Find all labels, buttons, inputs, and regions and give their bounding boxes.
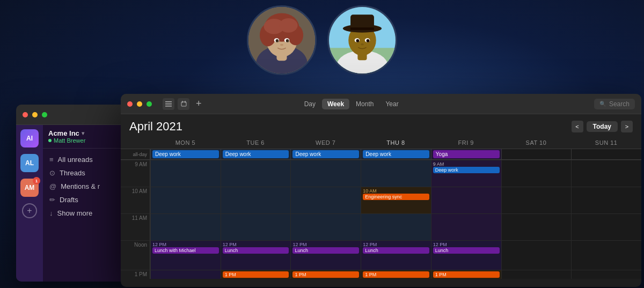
cell-mon-11am[interactable]: [150, 213, 221, 240]
allday-event-deepwork-tue[interactable]: Deep work: [223, 150, 289, 158]
allday-event-deepwork-wed[interactable]: Deep work: [292, 150, 359, 158]
cell-wed-9am[interactable]: [290, 160, 361, 187]
allday-event-deepwork-thu[interactable]: Deep work: [363, 150, 429, 158]
cell-thu-11am[interactable]: [361, 213, 431, 240]
svg-point-9: [279, 18, 297, 33]
cell-sun-1pm[interactable]: [571, 270, 641, 279]
cell-fri-10am[interactable]: [431, 187, 501, 213]
tab-year[interactable]: Year: [380, 99, 404, 109]
cell-wed-11am[interactable]: [290, 213, 361, 240]
time-10am: 10 AM: [121, 187, 150, 213]
next-week-button[interactable]: >: [621, 121, 633, 132]
cell-sat-9am[interactable]: [501, 160, 572, 187]
workspace-icon-ai[interactable]: AI: [20, 129, 39, 147]
cell-sun-noon[interactable]: [571, 240, 641, 270]
workspace-name: Acme Inc ▾: [48, 129, 129, 137]
cal-dot-red[interactable]: [127, 101, 133, 107]
tab-week[interactable]: Week: [322, 99, 349, 109]
cell-thu-10am[interactable]: 10 AM Engineering sync: [361, 187, 431, 213]
cell-wed-noon[interactable]: 12 PM Lunch: [290, 240, 361, 270]
allday-sun[interactable]: [571, 149, 641, 160]
cell-sat-11am[interactable]: [501, 213, 572, 240]
fri-lunch[interactable]: Lunch: [433, 247, 500, 254]
slack-title-bar: [16, 105, 134, 125]
cell-mon-1pm[interactable]: [150, 270, 221, 279]
workspace-icon-al[interactable]: AL: [20, 154, 39, 172]
day-header-sat: SAT 10: [501, 137, 572, 149]
cell-tue-9am[interactable]: [221, 160, 291, 187]
calendar-search[interactable]: 🔍 Search: [594, 99, 635, 109]
allday-event-deepwork-mon[interactable]: Deep work: [152, 150, 219, 158]
cell-fri-noon[interactable]: 12 PM Lunch: [431, 240, 501, 270]
cell-tue-noon[interactable]: 12 PM Lunch: [221, 240, 291, 270]
calendar-nav: < Today >: [572, 121, 633, 132]
cell-sat-noon[interactable]: [501, 240, 572, 270]
cell-mon-10am[interactable]: [150, 187, 221, 213]
cell-fri-1pm[interactable]: 1 PM: [431, 270, 501, 279]
allday-thu[interactable]: Deep work: [361, 149, 431, 160]
thu-10am-label: 10 AM: [363, 188, 429, 194]
add-event-button[interactable]: +: [196, 98, 202, 109]
wed-lunch[interactable]: Lunch: [292, 247, 359, 254]
nav-label: All unreads: [58, 156, 93, 164]
cell-tue-10am[interactable]: [221, 187, 291, 213]
sidebar-toggle-button[interactable]: [163, 98, 174, 110]
tab-day[interactable]: Day: [299, 99, 321, 109]
cal-dot-yellow[interactable]: [137, 101, 142, 107]
cell-thu-9am[interactable]: [361, 160, 431, 187]
fri-1pm-event[interactable]: 1 PM: [433, 271, 500, 278]
svg-rect-22: [350, 27, 374, 30]
cell-thu-1pm[interactable]: 1 PM: [361, 270, 431, 279]
allday-fri[interactable]: Yoga: [431, 149, 501, 160]
avatar-male: [327, 5, 397, 75]
cell-sat-1pm[interactable]: [501, 270, 572, 279]
mon-lunch-michael[interactable]: Lunch with Michael: [152, 247, 219, 254]
add-workspace-button[interactable]: +: [22, 203, 37, 218]
allday-event-yoga-fri[interactable]: Yoga: [433, 150, 500, 158]
cell-fri-9am[interactable]: 9 AM Deep work: [431, 160, 501, 187]
cell-wed-1pm[interactable]: 1 PM: [290, 270, 361, 279]
prev-week-button[interactable]: <: [572, 121, 583, 132]
day-header-wed: WED 7: [290, 137, 361, 149]
search-placeholder: Search: [609, 100, 630, 108]
cell-sun-11am[interactable]: [571, 213, 641, 240]
day-header-fri: FRI 9: [431, 137, 501, 149]
cell-fri-11am[interactable]: [431, 213, 501, 240]
tue-1pm-event[interactable]: 1 PM: [223, 271, 289, 278]
time-1pm: 1 PM: [121, 270, 150, 279]
allday-tue[interactable]: Deep work: [221, 149, 291, 160]
allday-mon[interactable]: Deep work: [150, 149, 221, 160]
calendar-icon-button[interactable]: [178, 98, 189, 110]
dot-red[interactable]: [23, 112, 28, 117]
cell-sat-10am[interactable]: [501, 187, 572, 213]
workspace-user: Matt Brewer: [48, 137, 129, 144]
svg-point-14: [280, 44, 283, 46]
thu-1pm-event[interactable]: 1 PM: [363, 271, 429, 278]
cell-tue-11am[interactable]: [221, 213, 291, 240]
wed-noon-label: 12 PM: [292, 242, 359, 247]
cell-tue-1pm[interactable]: 1 PM: [221, 270, 291, 279]
cell-sun-10am[interactable]: [571, 187, 641, 213]
thu-engineering-sync[interactable]: Engineering sync: [363, 194, 429, 200]
day-header-thu: THU 8: [361, 137, 431, 149]
wed-1pm-event[interactable]: 1 PM: [292, 271, 359, 278]
cell-wed-10am[interactable]: [290, 187, 361, 213]
cell-mon-noon[interactable]: 12 PM Lunch with Michael: [150, 240, 221, 270]
thu-lunch[interactable]: Lunch: [363, 247, 429, 254]
cell-thu-noon[interactable]: 12 PM Lunch: [361, 240, 431, 270]
fri-9am-deepwork[interactable]: Deep work: [433, 167, 500, 173]
tue-lunch[interactable]: Lunch: [223, 247, 289, 254]
online-status-dot: [48, 139, 52, 142]
workspace-icon-am[interactable]: AM 1: [20, 179, 39, 197]
dot-green[interactable]: [42, 112, 47, 117]
cell-sun-9am[interactable]: [571, 160, 641, 187]
tab-month[interactable]: Month: [350, 99, 379, 109]
cal-dot-green[interactable]: [147, 101, 152, 107]
today-button[interactable]: Today: [587, 121, 618, 132]
allday-sat[interactable]: [501, 149, 572, 160]
cell-mon-9am[interactable]: [150, 160, 221, 187]
calendar-title-bar: + Day Week Month Year 🔍 Search: [121, 94, 641, 114]
allday-wed[interactable]: Deep work: [290, 149, 361, 160]
calendar-header: April 2021 < Today >: [121, 114, 641, 137]
dot-yellow[interactable]: [32, 112, 38, 117]
